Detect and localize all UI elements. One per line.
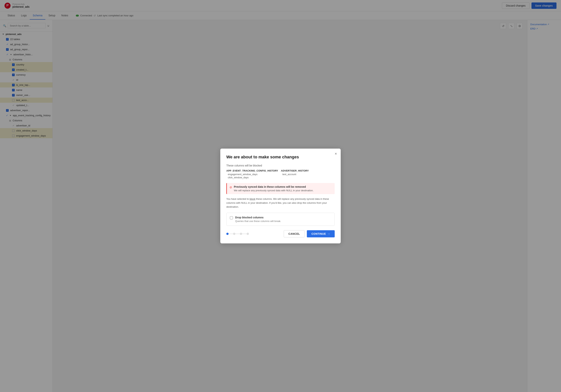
- column-group-name: APP_EVENT_TRACKING_CONFIG_HISTORY: [226, 169, 280, 172]
- step-4: [247, 233, 249, 235]
- continue-label: CONTINUE: [311, 232, 326, 235]
- warning-text: We will replace any previously synced da…: [234, 189, 313, 192]
- modal-title: We are about to make some changes: [226, 155, 335, 159]
- column-group: ADVERTISER_HISTORY test_account: [281, 169, 335, 179]
- drop-columns-content: Drop blocked columns Queries that use th…: [235, 216, 281, 222]
- progress-steps: [226, 233, 249, 235]
- warning-title: Previously synced data in these columns …: [234, 185, 313, 188]
- column-field: engagement_window_days: [226, 173, 280, 176]
- column-group-name: ADVERTISER_HISTORY: [281, 169, 335, 172]
- warning-box: ⊘ Previously synced data in these column…: [226, 183, 335, 194]
- modal: × We are about to make some changes Thes…: [220, 148, 341, 243]
- modal-body-text: You have selected to block these columns…: [226, 197, 335, 209]
- step-2: [233, 233, 235, 235]
- continue-button[interactable]: CONTINUE →: [307, 230, 335, 237]
- step-line: [235, 234, 240, 234]
- step-3: [240, 233, 242, 235]
- modal-footer: CANCEL CONTINUE →: [226, 230, 335, 237]
- step-1: [226, 233, 228, 235]
- modal-close-button[interactable]: ×: [335, 152, 337, 156]
- arrow-right-icon: →: [327, 232, 330, 235]
- drop-blocked-checkbox[interactable]: [230, 216, 233, 219]
- step-line: [242, 234, 247, 234]
- column-group: APP_EVENT_TRACKING_CONFIG_HISTORY engage…: [226, 169, 280, 179]
- warning-content: Previously synced data in these columns …: [234, 185, 313, 192]
- column-field: click_window_days: [226, 176, 280, 179]
- modal-footer-buttons: CANCEL CONTINUE →: [284, 230, 335, 237]
- drop-columns-box: Drop blocked columns Queries that use th…: [226, 213, 335, 226]
- modal-overlay: × We are about to make some changes Thes…: [0, 0, 561, 392]
- drop-columns-desc: Queries that use these columns will brea…: [235, 220, 281, 222]
- step-line: [228, 234, 233, 234]
- column-field: test_account: [281, 173, 335, 176]
- drop-columns-title: Drop blocked columns: [235, 216, 281, 219]
- modal-section-label: These columns will be blocked: [226, 164, 335, 167]
- warning-icon: ⊘: [229, 185, 232, 189]
- columns-table: APP_EVENT_TRACKING_CONFIG_HISTORY engage…: [226, 169, 335, 179]
- cancel-button[interactable]: CANCEL: [284, 230, 305, 237]
